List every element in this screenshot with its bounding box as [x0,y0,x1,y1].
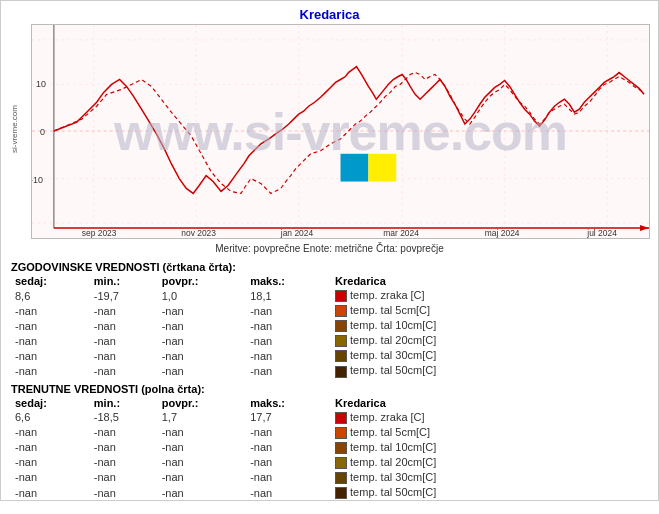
curr-min: -18,5 [90,410,158,425]
hist-maks: -nan [246,363,331,378]
curr-header-station: Kredarica [331,396,648,410]
hist-sedaj: -nan [11,333,90,348]
hist-label: temp. tal 50cm[C] [331,363,648,378]
data-section: ZGODOVINSKE VREDNOSTI (črtkana črta): se… [1,257,658,500]
svg-text:nov 2023: nov 2023 [181,228,216,238]
chart-title: Kredarica [1,1,658,24]
curr-label: temp. tal 50cm[C] [331,485,648,500]
svg-rect-25 [368,154,396,182]
curr-label: temp. tal 20cm[C] [331,455,648,470]
hist-povpr: -nan [158,348,246,363]
hist-header-maks: maks.: [246,274,331,288]
hist-header-sedaj: sedaj: [11,274,90,288]
curr-sedaj: -nan [11,485,90,500]
curr-label: temp. tal 30cm[C] [331,470,648,485]
hist-row-1: -nan -nan -nan -nan temp. tal 5cm[C] [11,303,648,318]
curr-min: -nan [90,485,158,500]
hist-row-0: 8,6 -19,7 1,0 18,1 temp. zraka [C] [11,288,648,303]
hist-color-box [335,350,347,362]
curr-min: -nan [90,470,158,485]
current-title: TRENUTNE VREDNOSTI (polna črta): [11,383,648,395]
hist-label: temp. tal 30cm[C] [331,348,648,363]
hist-label: temp. tal 10cm[C] [331,318,648,333]
hist-min: -nan [90,333,158,348]
y-axis-label: si-vreme.com [10,105,19,153]
hist-sedaj: -nan [11,318,90,333]
historical-title: ZGODOVINSKE VREDNOSTI (črtkana črta): [11,261,648,273]
curr-row-0: 6,6 -18,5 1,7 17,7 temp. zraka [C] [11,410,648,425]
curr-label: temp. zraka [C] [331,410,648,425]
hist-header-station: Kredarica [331,274,648,288]
svg-text:mar 2024: mar 2024 [383,228,419,238]
curr-sedaj: -nan [11,455,90,470]
hist-header-povpr: povpr.: [158,274,246,288]
hist-sedaj: -nan [11,303,90,318]
chart-meta: Meritve: povprečne Enote: metrične Črta:… [1,241,658,257]
hist-label: temp. tal 20cm[C] [331,333,648,348]
hist-maks: -nan [246,348,331,363]
svg-text:0: 0 [40,127,45,137]
hist-maks: 18,1 [246,288,331,303]
curr-min: -nan [90,455,158,470]
hist-sedaj: 8,6 [11,288,90,303]
hist-row-4: -nan -nan -nan -nan temp. tal 30cm[C] [11,348,648,363]
curr-povpr: -nan [158,455,246,470]
curr-povpr: -nan [158,485,246,500]
hist-maks: -nan [246,333,331,348]
hist-row-3: -nan -nan -nan -nan temp. tal 20cm[C] [11,333,648,348]
hist-color-box [335,335,347,347]
curr-sedaj: -nan [11,440,90,455]
svg-text:maj 2024: maj 2024 [485,228,520,238]
hist-color-box [335,305,347,317]
curr-header-povpr: povpr.: [158,396,246,410]
chart-svg: 10 0 -10 sep 2023 nov 2023 jan 2024 mar … [32,25,649,238]
curr-maks: 17,7 [246,410,331,425]
hist-povpr: -nan [158,318,246,333]
hist-povpr: -nan [158,363,246,378]
curr-min: -nan [90,425,158,440]
hist-label: temp. zraka [C] [331,288,648,303]
curr-povpr: -nan [158,425,246,440]
hist-color-box [335,290,347,302]
svg-text:-10: -10 [32,175,43,185]
curr-povpr: 1,7 [158,410,246,425]
curr-label: temp. tal 10cm[C] [331,440,648,455]
hist-povpr: -nan [158,303,246,318]
curr-color-box [335,427,347,439]
curr-maks: -nan [246,485,331,500]
curr-row-3: -nan -nan -nan -nan temp. tal 20cm[C] [11,455,648,470]
curr-color-box [335,472,347,484]
hist-min: -19,7 [90,288,158,303]
svg-rect-0 [32,25,649,238]
curr-sedaj: -nan [11,425,90,440]
historical-table: sedaj: min.: povpr.: maks.: Kredarica 8,… [11,274,648,379]
main-container: Kredarica si-vreme.com www.si-vreme.com [0,0,659,501]
svg-text:10: 10 [36,79,46,89]
chart-canvas: www.si-vreme.com 10 0 [31,24,650,239]
curr-header-min: min.: [90,396,158,410]
current-table: sedaj: min.: povpr.: maks.: Kredarica 6,… [11,396,648,501]
hist-min: -nan [90,318,158,333]
hist-row-2: -nan -nan -nan -nan temp. tal 10cm[C] [11,318,648,333]
curr-maks: -nan [246,425,331,440]
curr-color-box [335,442,347,454]
curr-row-4: -nan -nan -nan -nan temp. tal 30cm[C] [11,470,648,485]
hist-sedaj: -nan [11,348,90,363]
hist-sedaj: -nan [11,363,90,378]
hist-maks: -nan [246,303,331,318]
hist-min: -nan [90,348,158,363]
hist-maks: -nan [246,318,331,333]
svg-text:jan 2024: jan 2024 [280,228,314,238]
hist-label: temp. tal 5cm[C] [331,303,648,318]
curr-sedaj: -nan [11,470,90,485]
curr-min: -nan [90,440,158,455]
hist-povpr: -nan [158,333,246,348]
hist-color-box [335,320,347,332]
curr-row-2: -nan -nan -nan -nan temp. tal 10cm[C] [11,440,648,455]
curr-povpr: -nan [158,440,246,455]
svg-text:sep 2023: sep 2023 [82,228,117,238]
hist-min: -nan [90,363,158,378]
curr-color-box [335,487,347,499]
curr-color-box [335,457,347,469]
curr-row-5: -nan -nan -nan -nan temp. tal 50cm[C] [11,485,648,500]
